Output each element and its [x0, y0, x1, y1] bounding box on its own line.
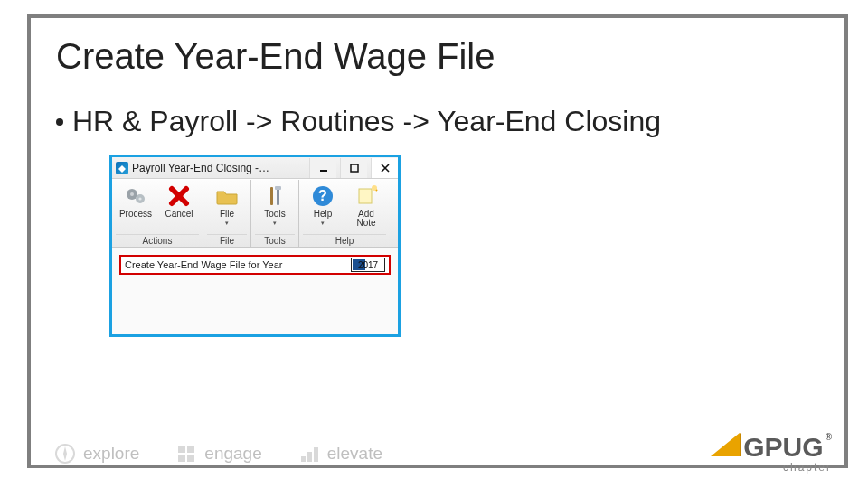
brand-name: GPUG®: [743, 432, 832, 463]
svg-rect-8: [275, 186, 281, 190]
file-button[interactable]: File ▾: [207, 182, 247, 226]
logo-triangle-icon: [711, 433, 740, 456]
slide-title: Create Year-End Wage File: [56, 36, 495, 77]
brand-subtitle: chapter: [783, 461, 832, 474]
window-body: Create Year-End Wage File for Year 2017: [112, 248, 398, 334]
svg-rect-16: [178, 455, 185, 462]
gp-window: Payroll Year-End Closing -…: [110, 155, 400, 336]
footer-engage-label: engage: [204, 444, 261, 464]
svg-rect-6: [270, 187, 273, 205]
year-value: 2017: [358, 260, 378, 270]
chevron-down-icon: ▾: [225, 220, 229, 226]
footer-explore-label: explore: [83, 444, 139, 464]
close-button[interactable]: [371, 158, 398, 178]
ribbon-group-file: File ▾ File: [203, 180, 251, 247]
gears-icon: [123, 183, 148, 209]
ribbon-group-tools: Tools ▾ Tools: [251, 180, 299, 247]
brand-logo: GPUG®: [711, 432, 832, 463]
steps-icon: [298, 443, 320, 465]
footer-engage: engage: [175, 443, 261, 465]
registered-mark: ®: [826, 432, 832, 442]
ribbon-group-help: ? Help ▾ Add Note Help: [299, 180, 390, 247]
svg-rect-18: [301, 456, 306, 462]
minimize-button[interactable]: [309, 158, 336, 178]
group-label-help: Help: [303, 234, 386, 246]
group-label-file: File: [207, 234, 247, 246]
year-field-label: Create Year-End Wage File for Year: [125, 259, 345, 270]
svg-rect-11: [359, 189, 372, 203]
tools-button[interactable]: Tools ▾: [255, 182, 295, 226]
svg-rect-15: [187, 446, 194, 453]
footer-elevate-label: elevate: [327, 444, 382, 464]
app-icon: [116, 162, 128, 174]
ribbon: Process Cancel Actions File ▾: [112, 179, 398, 248]
cancel-label: Cancel: [165, 210, 193, 219]
year-field-row: Create Year-End Wage File for Year 2017: [119, 255, 391, 275]
process-button[interactable]: Process: [116, 182, 156, 219]
compass-icon: [54, 443, 76, 465]
window-title: Payroll Year-End Closing -…: [132, 162, 306, 174]
svg-text:?: ?: [318, 188, 327, 203]
file-label: File: [220, 210, 234, 219]
svg-point-12: [372, 185, 377, 191]
bullet-text: HR & Payroll -> Routines -> Year-End Clo…: [72, 105, 661, 138]
chevron-down-icon: ▾: [273, 220, 277, 226]
svg-rect-14: [178, 446, 185, 453]
help-button[interactable]: ? Help ▾: [303, 182, 343, 226]
add-note-button[interactable]: Add Note: [346, 182, 386, 228]
chevron-down-icon: ▾: [321, 220, 325, 226]
svg-rect-0: [320, 170, 327, 172]
svg-point-5: [138, 197, 141, 200]
svg-rect-19: [307, 452, 312, 462]
cancel-icon: [166, 183, 192, 209]
folder-icon: [214, 183, 240, 209]
tools-icon: [262, 183, 288, 209]
window-titlebar: Payroll Year-End Closing -…: [112, 157, 398, 179]
footer-explore: explore: [54, 443, 139, 465]
group-label-tools: Tools: [255, 234, 295, 246]
add-note-label: Add Note: [348, 210, 384, 228]
help-icon: ?: [310, 183, 335, 209]
cancel-button[interactable]: Cancel: [159, 182, 199, 219]
svg-rect-1: [351, 164, 358, 172]
bullet-row: HR & Payroll -> Routines -> Year-End Clo…: [56, 105, 661, 138]
maximize-button[interactable]: [340, 158, 367, 178]
svg-rect-17: [187, 455, 194, 462]
group-label-actions: Actions: [116, 234, 199, 246]
bullet-dot: [56, 118, 63, 126]
year-input[interactable]: 2017: [351, 258, 385, 272]
puzzle-icon: [175, 443, 197, 465]
ribbon-group-actions: Process Cancel Actions: [112, 180, 203, 247]
footer-elevate: elevate: [298, 443, 382, 465]
svg-rect-20: [314, 447, 318, 462]
process-label: Process: [119, 210, 152, 219]
svg-point-3: [130, 192, 134, 196]
help-label: Help: [314, 210, 333, 219]
note-icon: [354, 183, 379, 209]
tools-label: Tools: [264, 210, 285, 219]
